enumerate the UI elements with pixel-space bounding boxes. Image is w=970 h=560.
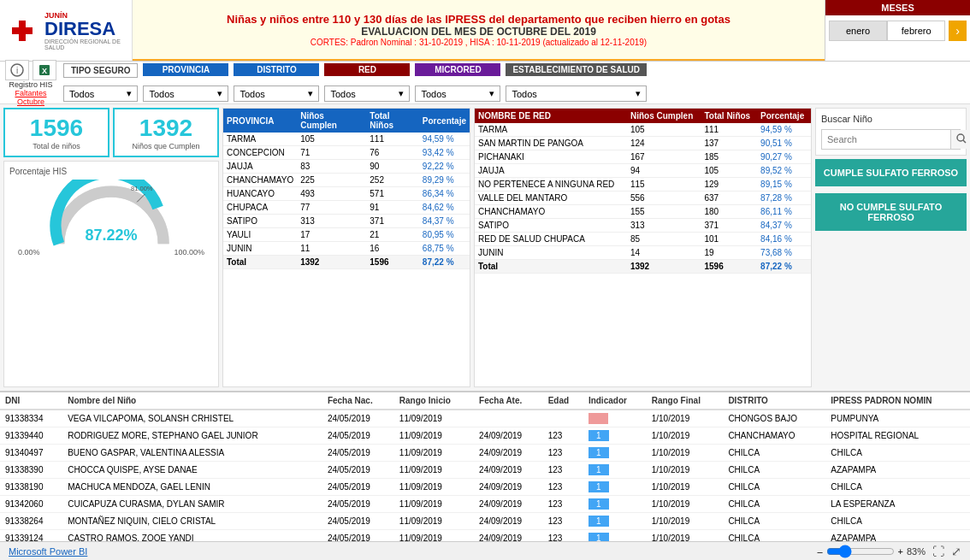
zoom-slider[interactable] [826, 545, 895, 558]
red-table-container[interactable]: NOMBRE DE RED Niños Cumplen Total Niños … [474, 108, 812, 387]
bottom-table-row: 91339440RODRIGUEZ MORE, STEPHANO GAEL JU… [0, 427, 970, 445]
red-total-row: Total1392159687,22 % [475, 260, 811, 274]
bottom-table-row: 91340497BUENO GASPAR, VALENTINA ALESSIA2… [0, 445, 970, 462]
title-sub: EVALUACION DEL MES DE OCTUBRE DEL 2019 [361, 26, 596, 38]
svg-line-10 [963, 140, 966, 143]
red-table-row: SATIPO31337184,37 % [475, 219, 811, 233]
tipo-seguro-select[interactable]: Todos ▾ [63, 85, 138, 102]
province-col-header: PROVINCIA [223, 109, 297, 133]
province-table-row: YAULI172180,95 % [223, 228, 470, 242]
province-table-row: CHANCHAMAYO22525289,29 % [223, 174, 470, 187]
powerbi-link[interactable]: Microsoft Power BI [9, 546, 87, 557]
province-table-row: SATIPO31337184,37 % [223, 215, 470, 228]
distrito-label: DISTRITO [234, 63, 319, 76]
microred-filter: MICRORED Todos ▾ [415, 63, 500, 102]
enero-btn[interactable]: enero [829, 21, 887, 41]
search-input[interactable] [822, 131, 950, 148]
red-label: RED [324, 63, 410, 76]
bottom-table-row: 91338334VEGA VILCAPOMA, SOLANSH CRHISTEL… [0, 410, 970, 427]
next-month-btn[interactable]: › [949, 21, 967, 41]
est-filter: ESTABLECIMIENTO DE SALUD Todos ▾ [506, 63, 647, 102]
total-ninos-col-header: Total Niños [366, 109, 419, 133]
red-table-row: JUNIN141973,68 % [475, 246, 811, 260]
svg-text:81.00%: 81.00% [131, 185, 153, 192]
gauge-container: 81.00% 87.22% [9, 180, 213, 248]
red-ninos-cumplen-header: Niños Cumplen [627, 109, 701, 123]
his-box: Porcentaje HIS 81.00% [3, 161, 219, 387]
province-table-row: CHUPACA779184,62 % [223, 201, 470, 215]
indicator-blue: 1 [589, 481, 609, 492]
red-total-ninos-header: Total Niños [701, 109, 757, 123]
header-title: Niñas y niños entre 110 y 130 días de la… [133, 0, 825, 61]
red-table-row: JAUJA9410589,52 % [475, 164, 811, 178]
indicator-red [589, 413, 608, 424]
porcentaje-col-header: Porcentaje [419, 109, 470, 133]
svg-text:i: i [16, 66, 18, 75]
red-table-row: RED DE SALUD CHUPACA8510184,16 % [475, 233, 811, 246]
header: JUNÍN DIRESA DIRECCIÓN REGIONAL DE SALUD… [0, 0, 970, 62]
bottom-col-header: DISTRITO [723, 392, 825, 410]
ninos-cumplen-label: Niños que Cumplen [132, 142, 199, 150]
microred-select[interactable]: Todos ▾ [415, 85, 500, 102]
red-table: NOMBRE DE RED Niños Cumplen Total Niños … [475, 109, 811, 274]
title-cortes: CORTES: Padron Nominal : 31-10-2019 , HI… [311, 38, 647, 47]
provincia-select[interactable]: Todos ▾ [143, 85, 228, 102]
provincia-filter: PROVINCIA Todos ▾ [143, 63, 228, 102]
toolbar-row: i X Registro HIS Faltantes Octubre TIPO … [0, 62, 970, 104]
bottom-table-row: 91342060CUICAPUZA CURASMA, DYLAN SAMIR24… [0, 496, 970, 513]
bottom-table-row: 91338264MONTAÑEZ NIQUIN, CIELO CRISTAL24… [0, 513, 970, 530]
search-section: Buscar Niño [815, 108, 967, 156]
indicator-blue: 1 [589, 447, 609, 458]
expand-icon[interactable]: ⤢ [951, 545, 961, 558]
stats-row: 1596 Total de niños 1392 Niños que Cumpl… [3, 108, 219, 157]
est-select[interactable]: Todos ▾ [506, 85, 647, 102]
faltantes-label[interactable]: Faltantes [15, 89, 46, 97]
search-input-row [821, 129, 961, 150]
red-table-row: VALLE DEL MANTARO55663787,28 % [475, 192, 811, 205]
logo-diresa: DIRESA [44, 20, 125, 38]
febrero-btn[interactable]: febrero [887, 21, 945, 41]
bottom-col-header: DNI [0, 392, 62, 410]
no-cumple-sulfato-btn[interactable]: NO CUMPLE SULFATO FERROSO [815, 193, 967, 231]
total-ninos-box: 1596 Total de niños [3, 108, 109, 157]
bottom-table-section[interactable]: DNINombre del NiñoFecha Nac.Rango Inicio… [0, 391, 970, 541]
fullscreen-icon[interactable]: ⛶ [932, 545, 944, 558]
microred-label: MICRORED [415, 63, 500, 76]
red-table-row: CHANCHAMAYO15518086,11 % [475, 205, 811, 219]
province-table-row: JUNIN111668,75 % [223, 242, 470, 256]
search-icon-btn[interactable] [950, 130, 970, 149]
footer-right: – + 83% ⛶ ⤢ [817, 545, 961, 558]
tipo-seguro-label: TIPO SEGURO [63, 63, 138, 78]
province-table-row: TARMA10511194,59 % [223, 133, 470, 146]
logo-sub: DIRECCIÓN REGIONAL DE SALUD [44, 38, 125, 50]
red-select[interactable]: Todos ▾ [324, 85, 410, 102]
province-table-row: JAUJA839092,22 % [223, 160, 470, 174]
distrito-select[interactable]: Todos ▾ [234, 85, 319, 102]
red-name-col-header: NOMBRE DE RED [475, 109, 627, 123]
bottom-col-header: Rango Final [647, 392, 724, 410]
ninos-cumplen-box: 1392 Niños que Cumplen [113, 108, 219, 157]
ninos-cumplen-col-header: Niños Cumplen [297, 109, 366, 133]
total-ninos-number: 1596 [30, 115, 83, 142]
search-title: Buscar Niño [821, 114, 961, 124]
footer: Microsoft Power BI – + 83% ⛶ ⤢ [0, 541, 970, 560]
gauge-labels: 0.00% 100.00% [9, 248, 213, 256]
toolbar-icons-row: i X [5, 60, 56, 80]
logo-text: JUNÍN DIRESA DIRECCIÓN REGIONAL DE SALUD [44, 11, 125, 50]
distrito-filter: DISTRITO Todos ▾ [234, 63, 319, 102]
info-icon-btn[interactable]: i [5, 60, 29, 80]
bottom-table-row: 91338390CHOCCA QUISPE, AYSE DANAE24/05/2… [0, 462, 970, 479]
indicator-blue: 1 [589, 516, 609, 527]
svg-rect-2 [12, 27, 33, 34]
his-title: Porcentaje HIS [9, 167, 213, 176]
province-table-container[interactable]: PROVINCIA Niños Cumplen Total Niños Porc… [222, 108, 470, 387]
logo-area: JUNÍN DIRESA DIRECCIÓN REGIONAL DE SALUD [0, 0, 133, 61]
ninos-cumplen-number: 1392 [139, 115, 192, 142]
indicator-blue: 1 [589, 464, 609, 475]
toolbar-left: i X Registro HIS Faltantes Octubre [5, 60, 56, 106]
indicator-blue: 1 [589, 533, 609, 541]
svg-text:X: X [42, 67, 47, 75]
excel-icon-btn[interactable]: X [33, 60, 56, 80]
gauge-percent: 87.22% [9, 227, 213, 245]
cumple-sulfato-btn[interactable]: CUMPLE SULFATO FERROSO [815, 159, 967, 186]
